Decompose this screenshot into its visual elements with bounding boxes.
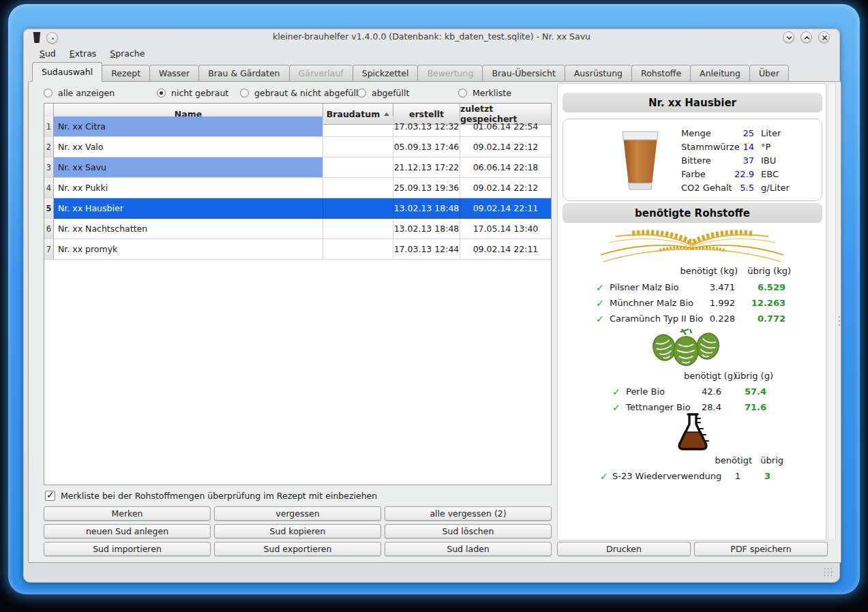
cell-name[interactable]: Nr. xx Citra: [54, 117, 323, 137]
beer-stats-box: Menge25LiterStammwürze14°PBittere37IBUFa…: [563, 119, 822, 201]
neuen-sud-anlegen-button[interactable]: neuen Sud anlegen: [44, 524, 211, 538]
filter-alle-anzeigen[interactable]: alle anzeigen: [44, 88, 115, 98]
ok-check-icon: ✓: [612, 401, 620, 414]
ingredient-name: Pilsner Malz Bio: [610, 281, 679, 294]
tab-rohstoffe[interactable]: Rohstoffe: [631, 65, 690, 82]
ingredient-name: Perle Bio: [626, 385, 665, 399]
cell-erstellt[interactable]: 17.03.13 12:32: [393, 117, 460, 137]
cell-gespeichert[interactable]: 01.06.14 22:54: [460, 117, 551, 137]
cell-name[interactable]: Nr. xx Valo: [54, 137, 323, 157]
cell-braudatum[interactable]: [323, 137, 393, 157]
radio-icon: [240, 89, 249, 97]
uebrig-value: 57.4: [719, 385, 766, 399]
filter-abgefüllt[interactable]: abgefüllt: [357, 88, 409, 98]
stat-value: 5.5: [708, 181, 754, 195]
cell-erstellt[interactable]: 17.03.13 12:44: [393, 239, 460, 260]
filter-label: abgefüllt: [372, 88, 409, 98]
tab-spickzettel[interactable]: Spickzettel: [353, 65, 418, 82]
stat-value: 37: [708, 154, 754, 168]
close-button[interactable]: [818, 31, 830, 43]
sud-importieren-button[interactable]: Sud importieren: [44, 542, 211, 556]
benoetigt-value: 0.228: [680, 312, 735, 326]
cell-gespeichert[interactable]: 17.05.14 13:40: [460, 219, 551, 239]
cell-name[interactable]: Nr. xx Savu: [54, 157, 323, 178]
cell-braudatum[interactable]: [323, 239, 393, 260]
cell-braudatum[interactable]: [323, 178, 393, 198]
vergessen-button[interactable]: vergessen: [214, 506, 381, 521]
table-row[interactable]: 6Nr. xx Nachtschatten13.02.13 18:4817.05…: [44, 219, 551, 239]
tab-ausrüstung[interactable]: Ausrüstung: [565, 65, 631, 82]
table-row[interactable]: 4Nr. xx Pukki25.09.13 19:3609.02.14 22:1…: [44, 178, 551, 198]
pdf-speichern-button[interactable]: PDF speichern: [694, 542, 828, 556]
tab-anleitung[interactable]: Anleitung: [690, 65, 749, 82]
merken-button[interactable]: Merken: [44, 506, 211, 521]
row-number: 1: [44, 117, 54, 137]
table-row[interactable]: 7Nr. xx promyk17.03.13 12:4409.02.14 22:…: [44, 239, 551, 260]
merkliste-checkbox[interactable]: ✓: [45, 491, 55, 501]
cell-name[interactable]: Nr. xx Pukki: [54, 178, 323, 198]
cell-braudatum[interactable]: [323, 219, 393, 239]
tab-brau-gärdaten[interactable]: Brau & Gärdaten: [198, 65, 288, 82]
table-row[interactable]: 2Nr. xx Valo05.09.13 17:4609.02.14 22:12: [44, 137, 551, 157]
filter-label: alle anzeigen: [58, 88, 115, 98]
cell-erstellt[interactable]: 13.02.13 18:48: [393, 198, 460, 219]
malz-item: ✓Pilsner Malz Bio3.4716.529: [558, 281, 818, 294]
tab-über[interactable]: Über: [749, 65, 789, 82]
resize-grip[interactable]: [823, 567, 834, 578]
tab-brau-übersicht[interactable]: Brau-Übersicht: [482, 65, 564, 82]
splitter-handle[interactable]: [839, 313, 841, 328]
alle-vergessen-2-button[interactable]: alle vergessen (2): [385, 506, 552, 521]
tab-sudauswahl[interactable]: Sudauswahl: [32, 62, 102, 82]
ok-check-icon: ✓: [600, 470, 608, 483]
sud-löschen-button[interactable]: Sud löschen: [385, 524, 552, 538]
tab-gärverlauf[interactable]: Gärverlauf: [289, 65, 353, 82]
cell-braudatum[interactable]: [323, 198, 393, 219]
menu-sprache[interactable]: Sprache: [104, 47, 151, 60]
filter-merkliste[interactable]: Merkliste: [458, 88, 511, 98]
cell-gespeichert[interactable]: 06.06.14 22:18: [460, 157, 551, 178]
titlebar[interactable]: kleiner-brauhelfer v1.4.0.0 (Datenbank: …: [24, 29, 839, 46]
uebrig-value: 3: [728, 470, 770, 483]
cell-erstellt[interactable]: 21.12.13 17:22: [393, 157, 460, 178]
window-controls: [783, 31, 830, 43]
menu-sud[interactable]: Sud: [33, 47, 62, 60]
tab-bewertung[interactable]: Bewertung: [417, 65, 482, 82]
cell-erstellt[interactable]: 05.09.13 17:46: [393, 137, 460, 157]
radio-icon: [157, 89, 166, 97]
cell-gespeichert[interactable]: 09.02.14 22:11: [460, 198, 551, 219]
sud-table[interactable]: NameBraudatumerstelltzuletzt gespeichert…: [44, 103, 552, 485]
tab-wasser[interactable]: Wasser: [149, 65, 198, 82]
cell-name[interactable]: Nr. xx Nachtschatten: [54, 219, 323, 239]
filter-gebraut-nicht-abgefüllt[interactable]: gebraut & nicht abgefüllt: [240, 88, 361, 98]
filter-label: Merkliste: [473, 88, 511, 98]
stat-value: 25: [708, 127, 754, 140]
row-number: 6: [44, 219, 54, 239]
minimize-button[interactable]: [783, 31, 794, 43]
sud-laden-button[interactable]: Sud laden: [385, 542, 552, 556]
menu-extras[interactable]: Extras: [63, 47, 103, 60]
drucken-button[interactable]: Drucken: [557, 542, 691, 556]
table-row[interactable]: 1Nr. xx Citra17.03.13 12:3201.06.14 22:5…: [44, 117, 551, 137]
maximize-button[interactable]: [800, 31, 812, 43]
sud-kopieren-button[interactable]: Sud kopieren: [214, 524, 381, 538]
cell-name[interactable]: Nr. xx Hausbier: [54, 198, 323, 219]
cell-braudatum[interactable]: [323, 157, 393, 178]
table-row[interactable]: 5Nr. xx Hausbier13.02.13 18:4809.02.14 2…: [44, 198, 551, 219]
cell-erstellt[interactable]: 25.09.13 19:36: [393, 178, 460, 198]
malz-column-headers: benötigt (kg)übrig (kg): [558, 265, 818, 277]
cell-name[interactable]: Nr. xx promyk: [54, 239, 323, 260]
info-panel-scrollbar[interactable]: [828, 83, 836, 540]
cell-gespeichert[interactable]: 09.02.14 22:12: [460, 137, 551, 157]
merkliste-checkbox-row[interactable]: ✓ Merkliste bei der Rohstoffmengen überp…: [45, 491, 377, 501]
cell-erstellt[interactable]: 13.02.13 18:48: [393, 219, 460, 239]
table-row[interactable]: 3Nr. xx Savu21.12.13 17:2206.06.14 22:18: [44, 157, 551, 178]
cell-braudatum[interactable]: [323, 117, 393, 137]
cell-gespeichert[interactable]: 09.02.14 22:12: [460, 178, 551, 198]
filter-nicht-gebraut[interactable]: nicht gebraut: [157, 88, 228, 98]
sud-exportieren-button[interactable]: Sud exportieren: [214, 542, 381, 556]
benoetigt-header: benötigt (kg): [660, 265, 738, 277]
stat-row: Menge25Liter: [563, 127, 823, 140]
window-menu-button[interactable]: [46, 32, 58, 44]
cell-gespeichert[interactable]: 09.02.14 22:11: [460, 239, 551, 260]
tab-rezept[interactable]: Rezept: [102, 65, 149, 82]
